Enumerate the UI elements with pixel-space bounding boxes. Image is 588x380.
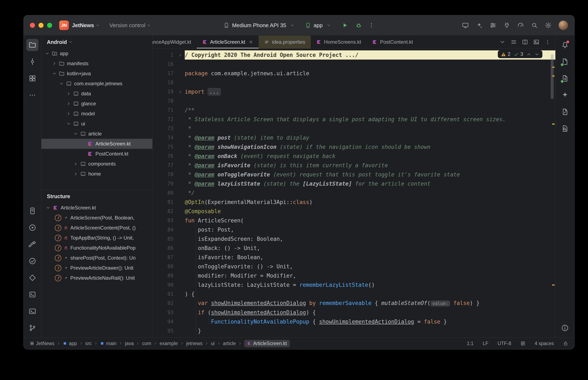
code-line-95[interactable]: 95 } bbox=[153, 326, 555, 336]
problems-icon[interactable] bbox=[559, 322, 571, 334]
line-number[interactable]: 73 bbox=[153, 126, 176, 132]
run-config-chevron-icon[interactable] bbox=[327, 23, 331, 27]
line-number[interactable]: 93 bbox=[153, 310, 176, 315]
tree-item-glance[interactable]: glance bbox=[41, 99, 152, 109]
tab-idea-properties[interactable]: idea.properties bbox=[259, 36, 311, 49]
warning-stripe-mark[interactable] bbox=[552, 67, 555, 68]
chevron-right-icon[interactable] bbox=[72, 171, 80, 176]
warning-stripe-mark[interactable] bbox=[552, 285, 555, 285]
warning-stripe-mark[interactable] bbox=[552, 76, 555, 76]
run-button[interactable] bbox=[341, 22, 348, 29]
settings-icon[interactable] bbox=[545, 22, 552, 29]
code-line-1[interactable]: 1›/ Copyright 2020 The Android Open Sour… bbox=[153, 50, 555, 59]
code-line-93[interactable]: 93 if (showUnimplementedActionDialog) { bbox=[153, 308, 555, 317]
line-separator-widget[interactable]: LF bbox=[483, 341, 488, 346]
device-mirroring-icon[interactable] bbox=[462, 22, 469, 29]
tree-item-home[interactable]: home bbox=[41, 169, 152, 179]
code-line-92[interactable]: 92 var showUnimplementedActionDialog by … bbox=[153, 299, 555, 308]
run-config-selector[interactable]: app bbox=[314, 22, 323, 29]
line-number[interactable]: 86 bbox=[153, 245, 176, 251]
line-number[interactable]: 81 bbox=[153, 199, 176, 205]
split-icon[interactable] bbox=[522, 39, 528, 45]
reader-mode-icon[interactable] bbox=[520, 341, 526, 346]
project-logo[interactable]: JN bbox=[59, 20, 69, 30]
code-line-18[interactable]: 18 bbox=[153, 78, 555, 87]
code-line-91[interactable]: 91) { bbox=[153, 289, 555, 299]
tree-item-data[interactable]: data bbox=[41, 89, 152, 99]
breadcrumb-ui[interactable]: ui bbox=[211, 341, 215, 346]
chevron-down-icon[interactable] bbox=[499, 39, 506, 45]
structure-item-topappbar-string-unit[interactable]: fTopAppBar(String, () -> Unit, bbox=[41, 233, 152, 243]
chevron-down-icon[interactable] bbox=[43, 51, 51, 56]
commit-icon[interactable] bbox=[26, 56, 39, 68]
encoding-widget[interactable]: UTF-8 bbox=[498, 341, 511, 346]
code-line-90[interactable]: 90 lazyListState: LazyListState = rememb… bbox=[153, 280, 555, 289]
tab-anceappwidget-kt[interactable]: anceAppWidget.kt bbox=[153, 36, 197, 49]
app-quality-insights-icon[interactable] bbox=[26, 255, 39, 267]
structure-item-articlescreen-post-boolean[interactable]: fArticleScreen(Post, Boolean, bbox=[41, 213, 152, 223]
chevron-right-icon[interactable] bbox=[72, 162, 80, 166]
tree-item-manifests[interactable]: manifests bbox=[41, 58, 152, 69]
gemini-icon[interactable] bbox=[26, 272, 39, 284]
breadcrumb-example[interactable]: example bbox=[160, 341, 178, 346]
code-line-77[interactable]: 77 * @param isFavorite (state) is this i… bbox=[153, 161, 555, 170]
breadcrumb-jetnews[interactable]: JetNews bbox=[30, 341, 54, 346]
code-line-72[interactable]: 72 * Stateless Article Screen that displ… bbox=[153, 115, 555, 124]
structure-item-previewarticledrawer-unit[interactable]: fPreviewArticleDrawer(): Unit bbox=[41, 263, 152, 273]
line-number[interactable]: 84 bbox=[153, 227, 176, 233]
gemini-chat-icon[interactable] bbox=[559, 89, 571, 101]
editor-scrollbar[interactable] bbox=[551, 54, 554, 99]
line-number[interactable]: 19 bbox=[153, 89, 176, 95]
line-number[interactable]: 87 bbox=[153, 254, 176, 260]
tab-postcontent-kt[interactable]: PostContent.kt bbox=[367, 36, 418, 49]
line-number[interactable]: 82 bbox=[153, 209, 176, 214]
code-line-94[interactable]: 94 FunctionalityNotAvailablePopup { show… bbox=[153, 317, 555, 326]
chevron-down-icon[interactable] bbox=[51, 71, 58, 76]
code-line-17[interactable]: 17package com.example.jetnews.ui.article bbox=[153, 69, 555, 78]
ai-assistant-icon[interactable] bbox=[476, 22, 483, 29]
tree-item-components[interactable]: components bbox=[41, 159, 152, 169]
line-number[interactable]: 75 bbox=[153, 144, 176, 150]
code-line-76[interactable]: 76 * @param onBack (event) request navig… bbox=[153, 152, 555, 161]
breadcrumb-com[interactable]: com bbox=[142, 341, 151, 346]
caret-position-widget[interactable]: 1:1 bbox=[467, 341, 474, 346]
device-explorer-icon[interactable] bbox=[26, 205, 39, 217]
list-lines-icon[interactable] bbox=[510, 39, 517, 45]
previous-problem-icon[interactable] bbox=[526, 52, 531, 57]
resource-manager-icon[interactable] bbox=[26, 72, 39, 84]
chevron-down-icon[interactable] bbox=[72, 132, 80, 136]
more-run-actions-button[interactable] bbox=[368, 22, 375, 29]
debug-button[interactable] bbox=[355, 22, 362, 29]
code-line-78[interactable]: 78 * @param onToggleFavorite (event) req… bbox=[153, 170, 555, 179]
tree-item-article[interactable]: article bbox=[41, 129, 152, 139]
version-control-icon[interactable] bbox=[26, 322, 39, 334]
code-line-84[interactable]: 84 post: Post, bbox=[153, 225, 555, 234]
code-line-71[interactable]: 71/** bbox=[153, 106, 555, 115]
tab-articlescreen-kt[interactable]: ArticleScreen.kt bbox=[197, 36, 259, 49]
logcat-icon[interactable] bbox=[26, 288, 39, 301]
code-line-75[interactable]: 75 * @param showNavigationIcon (state) i… bbox=[153, 142, 555, 152]
device-chevron-icon[interactable] bbox=[290, 23, 294, 27]
running-devices-icon[interactable] bbox=[559, 106, 571, 118]
tree-item-model[interactable]: model bbox=[41, 109, 152, 119]
code-editor[interactable]: 1›/ Copyright 2020 The Android Open Sour… bbox=[153, 49, 555, 337]
build-icon[interactable] bbox=[26, 238, 39, 250]
chevron-right-icon[interactable] bbox=[65, 91, 72, 96]
code-line-86[interactable]: 86 onBack: () -> Unit, bbox=[153, 244, 555, 253]
structure-item-articlescreencontent-post[interactable]: fArticleScreenContent(Post, () bbox=[41, 223, 152, 233]
user-avatar[interactable] bbox=[559, 20, 568, 30]
next-problem-icon[interactable] bbox=[534, 52, 539, 57]
breadcrumb-src[interactable]: src bbox=[85, 341, 92, 346]
line-number[interactable]: 17 bbox=[153, 70, 176, 76]
code-line-80[interactable]: 80 */ bbox=[153, 188, 555, 197]
line-number[interactable]: 70 bbox=[153, 98, 176, 104]
structure-item-functionalitynotavailablepop[interactable]: fFunctionalityNotAvailablePop bbox=[41, 243, 152, 253]
line-number[interactable]: 85 bbox=[153, 236, 176, 242]
indent-widget[interactable]: 4 spaces bbox=[535, 341, 554, 346]
line-number[interactable]: 90 bbox=[153, 282, 176, 288]
breadcrumb-java[interactable]: java bbox=[125, 341, 134, 346]
code-line-82[interactable]: 82@Composable bbox=[153, 207, 555, 216]
code-line-83[interactable]: 83fun ArticleScreen( bbox=[153, 216, 555, 225]
code-line-81[interactable]: 81@OptIn(ExperimentalMaterial3Api::class… bbox=[153, 197, 555, 207]
code-line-89[interactable]: 89 modifier: Modifier = Modifier, bbox=[153, 271, 555, 280]
